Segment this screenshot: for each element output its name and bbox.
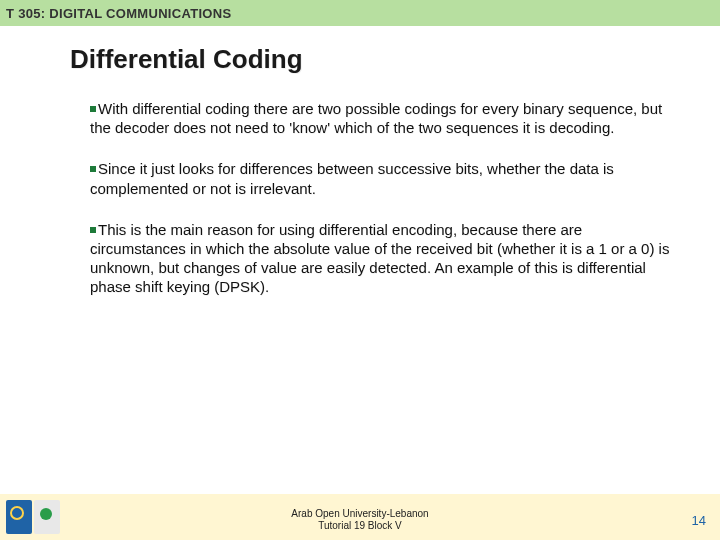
paragraph-2-text: Since it just looks for differences betw… [90, 160, 614, 196]
footer-line-1: Arab Open University-Lebanon [291, 508, 428, 519]
paragraph-3-text: This is the main reason for using differ… [90, 221, 669, 296]
paragraph-3: This is the main reason for using differ… [90, 220, 672, 297]
header-bar: T 305: DIGITAL COMMUNICATIONS [0, 0, 720, 26]
paragraph-1-text: With differential coding there are two p… [90, 100, 662, 136]
paragraph-2: Since it just looks for differences betw… [90, 159, 672, 197]
body-content: With differential coding there are two p… [90, 99, 672, 297]
bullet-icon [90, 166, 96, 172]
page-number: 14 [692, 513, 706, 528]
footer-text: Arab Open University-Lebanon Tutorial 19… [0, 508, 720, 532]
course-code: T 305: DIGITAL COMMUNICATIONS [6, 6, 231, 21]
slide: T 305: DIGITAL COMMUNICATIONS Differenti… [0, 0, 720, 540]
bullet-icon [90, 106, 96, 112]
footer-line-2: Tutorial 19 Block V [318, 520, 402, 531]
paragraph-1: With differential coding there are two p… [90, 99, 672, 137]
slide-title: Differential Coding [70, 44, 720, 75]
bullet-icon [90, 227, 96, 233]
